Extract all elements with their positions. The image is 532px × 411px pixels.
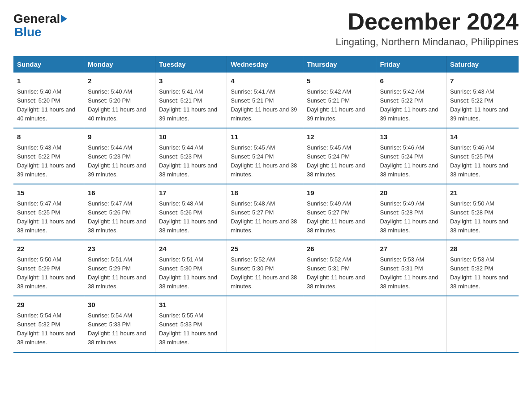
day-info: Sunrise: 5:55 AMSunset: 5:33 PMDaylight:…	[159, 311, 223, 347]
calendar-cell: 19Sunrise: 5:49 AMSunset: 5:27 PMDayligh…	[303, 184, 376, 240]
day-number: 15	[17, 188, 80, 198]
day-info: Sunrise: 5:48 AMSunset: 5:26 PMDaylight:…	[159, 199, 223, 235]
day-info: Sunrise: 5:53 AMSunset: 5:31 PMDaylight:…	[380, 255, 442, 291]
day-number: 25	[231, 244, 299, 254]
calendar-cell: 13Sunrise: 5:46 AMSunset: 5:24 PMDayligh…	[376, 128, 446, 184]
calendar-cell: 5Sunrise: 5:42 AMSunset: 5:21 PMDaylight…	[303, 73, 376, 128]
calendar-cell: 31Sunrise: 5:55 AMSunset: 5:33 PMDayligh…	[155, 296, 227, 352]
weekday-header-thursday: Thursday	[303, 56, 376, 73]
weekday-header-monday: Monday	[84, 56, 155, 73]
day-info: Sunrise: 5:47 AMSunset: 5:25 PMDaylight:…	[17, 199, 80, 235]
calendar-cell: 14Sunrise: 5:46 AMSunset: 5:25 PMDayligh…	[446, 128, 519, 184]
weekday-header-row: SundayMondayTuesdayWednesdayThursdayFrid…	[13, 56, 519, 73]
weekday-header-wednesday: Wednesday	[227, 56, 303, 73]
calendar-cell: 6Sunrise: 5:42 AMSunset: 5:22 PMDaylight…	[376, 73, 446, 128]
day-info: Sunrise: 5:42 AMSunset: 5:21 PMDaylight:…	[307, 87, 372, 124]
day-info: Sunrise: 5:49 AMSunset: 5:27 PMDaylight:…	[307, 199, 372, 235]
day-number: 19	[307, 188, 372, 198]
title-area: December 2024 Lingating, Northern Mindan…	[336, 9, 519, 48]
logo-triangle-icon	[61, 15, 67, 23]
day-number: 18	[231, 188, 299, 198]
calendar-cell: 22Sunrise: 5:50 AMSunset: 5:29 PMDayligh…	[13, 240, 84, 296]
week-row-5: 29Sunrise: 5:54 AMSunset: 5:32 PMDayligh…	[13, 296, 519, 352]
day-info: Sunrise: 5:52 AMSunset: 5:31 PMDaylight:…	[307, 255, 372, 291]
day-number: 6	[380, 76, 442, 86]
logo-blue-text: Blue	[14, 25, 42, 39]
day-number: 4	[231, 76, 299, 86]
calendar-cell: 24Sunrise: 5:51 AMSunset: 5:30 PMDayligh…	[155, 240, 227, 296]
week-row-4: 22Sunrise: 5:50 AMSunset: 5:29 PMDayligh…	[13, 240, 519, 296]
day-info: Sunrise: 5:50 AMSunset: 5:29 PMDaylight:…	[17, 255, 80, 291]
week-row-2: 8Sunrise: 5:43 AMSunset: 5:22 PMDaylight…	[13, 128, 519, 184]
day-info: Sunrise: 5:50 AMSunset: 5:28 PMDaylight:…	[450, 199, 515, 235]
day-info: Sunrise: 5:54 AMSunset: 5:33 PMDaylight:…	[88, 311, 151, 347]
calendar-cell: 11Sunrise: 5:45 AMSunset: 5:24 PMDayligh…	[227, 128, 303, 184]
calendar-cell: 17Sunrise: 5:48 AMSunset: 5:26 PMDayligh…	[155, 184, 227, 240]
day-info: Sunrise: 5:43 AMSunset: 5:22 PMDaylight:…	[17, 143, 80, 180]
weekday-header-sunday: Sunday	[13, 56, 84, 73]
day-number: 17	[159, 188, 223, 198]
calendar-cell: 10Sunrise: 5:44 AMSunset: 5:23 PMDayligh…	[155, 128, 227, 184]
calendar-cell: 15Sunrise: 5:47 AMSunset: 5:25 PMDayligh…	[13, 184, 84, 240]
day-info: Sunrise: 5:45 AMSunset: 5:24 PMDaylight:…	[307, 143, 372, 180]
day-number: 12	[307, 132, 372, 142]
day-info: Sunrise: 5:47 AMSunset: 5:26 PMDaylight:…	[88, 199, 151, 235]
calendar-cell: 2Sunrise: 5:40 AMSunset: 5:20 PMDaylight…	[84, 73, 155, 128]
day-info: Sunrise: 5:41 AMSunset: 5:21 PMDaylight:…	[159, 87, 223, 124]
day-number: 2	[88, 76, 151, 86]
day-info: Sunrise: 5:44 AMSunset: 5:23 PMDaylight:…	[159, 143, 223, 180]
day-info: Sunrise: 5:44 AMSunset: 5:23 PMDaylight:…	[88, 143, 151, 180]
day-number: 1	[17, 76, 80, 86]
day-info: Sunrise: 5:52 AMSunset: 5:30 PMDaylight:…	[231, 255, 299, 291]
calendar-cell: 29Sunrise: 5:54 AMSunset: 5:32 PMDayligh…	[13, 296, 84, 352]
logo-general-text: General	[13, 13, 60, 25]
day-number: 22	[17, 244, 80, 254]
day-number: 10	[159, 132, 223, 142]
day-info: Sunrise: 5:51 AMSunset: 5:29 PMDaylight:…	[88, 255, 151, 291]
day-info: Sunrise: 5:41 AMSunset: 5:21 PMDaylight:…	[231, 87, 299, 124]
day-number: 26	[307, 244, 372, 254]
week-row-3: 15Sunrise: 5:47 AMSunset: 5:25 PMDayligh…	[13, 184, 519, 240]
weekday-header-friday: Friday	[376, 56, 446, 73]
day-info: Sunrise: 5:51 AMSunset: 5:30 PMDaylight:…	[159, 255, 223, 291]
day-info: Sunrise: 5:40 AMSunset: 5:20 PMDaylight:…	[17, 87, 80, 124]
calendar-cell: 1Sunrise: 5:40 AMSunset: 5:20 PMDaylight…	[13, 73, 84, 128]
calendar-cell: 9Sunrise: 5:44 AMSunset: 5:23 PMDaylight…	[84, 128, 155, 184]
day-number: 23	[88, 244, 151, 254]
day-info: Sunrise: 5:53 AMSunset: 5:32 PMDaylight:…	[450, 255, 515, 291]
header: General Blue December 2024 Lingating, No…	[13, 9, 519, 48]
day-info: Sunrise: 5:46 AMSunset: 5:25 PMDaylight:…	[450, 143, 515, 180]
week-row-1: 1Sunrise: 5:40 AMSunset: 5:20 PMDaylight…	[13, 73, 519, 128]
day-number: 21	[450, 188, 515, 198]
day-number: 3	[159, 76, 223, 86]
day-info: Sunrise: 5:54 AMSunset: 5:32 PMDaylight:…	[17, 311, 80, 347]
calendar-cell	[303, 296, 376, 352]
day-info: Sunrise: 5:45 AMSunset: 5:24 PMDaylight:…	[231, 143, 299, 180]
day-number: 16	[88, 188, 151, 198]
day-number: 11	[231, 132, 299, 142]
day-number: 13	[380, 132, 442, 142]
day-info: Sunrise: 5:42 AMSunset: 5:22 PMDaylight:…	[380, 87, 442, 124]
calendar-cell	[227, 296, 303, 352]
calendar-cell: 21Sunrise: 5:50 AMSunset: 5:28 PMDayligh…	[446, 184, 519, 240]
day-number: 7	[450, 76, 515, 86]
day-number: 14	[450, 132, 515, 142]
calendar-cell: 30Sunrise: 5:54 AMSunset: 5:33 PMDayligh…	[84, 296, 155, 352]
calendar-cell: 18Sunrise: 5:48 AMSunset: 5:27 PMDayligh…	[227, 184, 303, 240]
calendar-cell: 20Sunrise: 5:49 AMSunset: 5:28 PMDayligh…	[376, 184, 446, 240]
calendar-cell	[446, 296, 519, 352]
day-number: 31	[159, 300, 223, 310]
day-number: 27	[380, 244, 442, 254]
day-info: Sunrise: 5:48 AMSunset: 5:27 PMDaylight:…	[231, 199, 299, 235]
calendar-cell: 25Sunrise: 5:52 AMSunset: 5:30 PMDayligh…	[227, 240, 303, 296]
day-number: 30	[88, 300, 151, 310]
day-info: Sunrise: 5:46 AMSunset: 5:24 PMDaylight:…	[380, 143, 442, 180]
calendar-cell: 28Sunrise: 5:53 AMSunset: 5:32 PMDayligh…	[446, 240, 519, 296]
calendar-cell: 16Sunrise: 5:47 AMSunset: 5:26 PMDayligh…	[84, 184, 155, 240]
day-number: 24	[159, 244, 223, 254]
calendar-cell: 23Sunrise: 5:51 AMSunset: 5:29 PMDayligh…	[84, 240, 155, 296]
day-number: 9	[88, 132, 151, 142]
day-number: 5	[307, 76, 372, 86]
day-number: 8	[17, 132, 80, 142]
logo: General Blue	[13, 13, 67, 39]
